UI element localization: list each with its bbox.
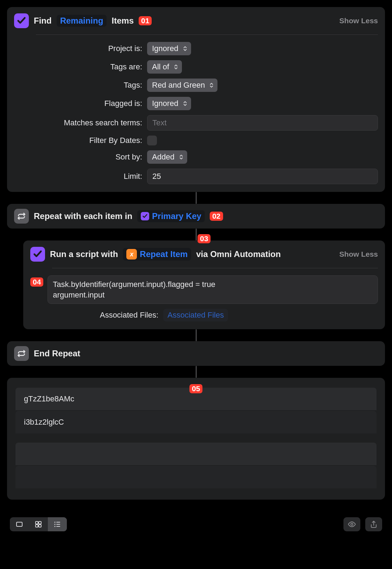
- bottom-toolbar: [7, 514, 385, 538]
- end-repeat-title: End Repeat: [34, 349, 80, 358]
- chevrons-icon: [209, 82, 214, 88]
- chevrons-icon: [179, 154, 184, 160]
- result-row[interactable]: [15, 443, 377, 465]
- connector-line: [196, 229, 197, 240]
- repeat-action-icon: [14, 209, 29, 224]
- svg-rect-0: [17, 522, 22, 526]
- result-row[interactable]: [15, 466, 377, 488]
- svg-rect-2: [39, 521, 41, 524]
- search-label: Matches search terms:: [14, 118, 147, 127]
- share-button[interactable]: [365, 517, 382, 531]
- connector-line: [196, 192, 197, 204]
- end-repeat-header: End Repeat: [14, 346, 378, 361]
- svg-rect-6: [56, 522, 60, 523]
- tagsare-select[interactable]: All of: [147, 60, 182, 74]
- divider: [52, 268, 378, 268]
- script-code-textarea[interactable]: Task.byIdentifier(argument.input).flagge…: [48, 275, 378, 304]
- end-repeat-action: End Repeat: [7, 341, 385, 366]
- callout-badge-03: 03: [197, 234, 210, 243]
- runscript-title-post: via Omni Automation: [196, 249, 280, 259]
- divider: [36, 35, 378, 35]
- connector-line: [196, 329, 197, 341]
- repeat-item-token[interactable]: x Repeat Item: [123, 248, 191, 261]
- chevrons-icon: [183, 100, 188, 107]
- svg-rect-8: [56, 524, 60, 525]
- rectangle-icon: [15, 520, 24, 529]
- variable-x-icon: x: [126, 249, 137, 260]
- omnifocus-app-icon: [30, 247, 45, 262]
- repeat-header: Repeat with each item in Primary Key 02: [14, 209, 378, 224]
- run-script-header: Run a script with x Repeat Item via Omni…: [30, 247, 378, 262]
- find-items-action: Find Remaining Items 01 Show Less Projec…: [7, 7, 385, 192]
- filterdates-label: Filter By Dates:: [14, 136, 147, 145]
- omnifocus-app-icon: [14, 13, 29, 28]
- svg-rect-1: [36, 521, 38, 524]
- svg-point-11: [351, 523, 353, 525]
- view-list-button[interactable]: [48, 517, 67, 531]
- repeat-action-icon: [14, 346, 29, 361]
- svg-rect-3: [36, 525, 38, 527]
- repeat-action: Repeat with each item in Primary Key 02: [7, 204, 385, 229]
- connector-line: [196, 366, 197, 378]
- quick-look-button[interactable]: [343, 517, 360, 531]
- eye-icon: [348, 520, 356, 529]
- svg-rect-4: [39, 525, 41, 527]
- svg-point-5: [54, 522, 55, 523]
- callout-badge-02: 02: [210, 212, 223, 221]
- tags-label: Tags:: [14, 81, 147, 90]
- checkmark-icon: [17, 16, 26, 26]
- result-row[interactable]: i3b1z2lglcC: [15, 411, 377, 433]
- runscript-title-pre: Run a script with: [50, 249, 118, 259]
- primary-key-token[interactable]: Primary Key: [137, 210, 205, 222]
- remaining-token[interactable]: Remaining: [57, 15, 107, 27]
- assoc-files-label: Associated Files:: [30, 311, 163, 320]
- show-less-button[interactable]: Show Less: [339, 250, 378, 258]
- search-input[interactable]: [147, 115, 378, 131]
- title-post: Items: [112, 16, 134, 26]
- omnifocus-mini-icon: [141, 212, 149, 220]
- filterdates-checkbox[interactable]: [147, 136, 157, 145]
- tags-select[interactable]: Red and Green: [147, 79, 217, 92]
- list-icon: [53, 520, 62, 529]
- repeat-title: Repeat with each item in: [34, 211, 132, 221]
- grid-icon: [34, 520, 43, 529]
- checkmark-icon: [33, 249, 43, 259]
- flagged-select[interactable]: Ignored: [147, 97, 191, 110]
- repeat-arrows-icon: [17, 349, 26, 358]
- view-single-button[interactable]: [10, 517, 29, 531]
- flagged-label: Flagged is:: [14, 99, 147, 108]
- limit-label: Limit:: [14, 172, 147, 181]
- callout-badge-05: 05: [189, 384, 202, 393]
- share-icon: [369, 520, 378, 529]
- project-label: Project is:: [14, 44, 147, 53]
- run-script-action: 03 Run a script with x Repeat Item via O…: [23, 240, 385, 329]
- svg-rect-10: [56, 526, 60, 527]
- callout-badge-01: 01: [139, 16, 152, 25]
- sortby-label: Sort by:: [14, 152, 147, 162]
- chevrons-icon: [183, 45, 188, 52]
- results-panel: 05 gTzZ1be8AMci3b1z2lglcC: [7, 378, 385, 500]
- repeat-arrows-icon: [17, 212, 26, 221]
- show-less-button[interactable]: Show Less: [339, 17, 378, 25]
- view-mode-segment: [10, 517, 67, 531]
- project-select[interactable]: Ignored: [147, 42, 191, 55]
- svg-point-7: [54, 524, 55, 525]
- sortby-select[interactable]: Added: [147, 150, 187, 164]
- find-items-header: Find Remaining Items 01 Show Less: [14, 13, 378, 28]
- view-grid-button[interactable]: [29, 517, 48, 531]
- callout-badge-04: 04: [30, 277, 43, 287]
- title-pre: Find: [34, 16, 52, 26]
- limit-input[interactable]: [147, 169, 378, 184]
- tagsare-label: Tags are:: [14, 62, 147, 71]
- assoc-files-token[interactable]: Associated Files: [163, 309, 228, 321]
- chevrons-icon: [173, 64, 178, 70]
- svg-point-9: [54, 526, 55, 527]
